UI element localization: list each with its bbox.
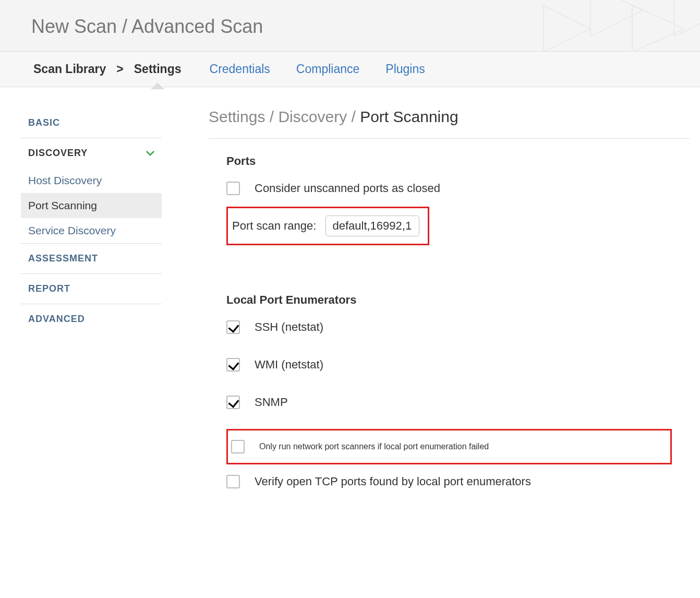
- label-wmi-netstat: WMI (netstat): [255, 358, 323, 372]
- sidebar-item-label: Port Scanning: [28, 199, 97, 211]
- sidebar-item-label: Host Discovery: [28, 174, 102, 186]
- label-ssh-netstat: SSH (netstat): [255, 320, 323, 334]
- label-port-scan-range: Port scan range:: [232, 219, 316, 233]
- breadcrumb-root[interactable]: Scan Library: [31, 62, 108, 76]
- bc-sep: /: [351, 108, 355, 125]
- section-title-local-enum: Local Port Enumerators: [226, 293, 672, 307]
- sidebar-section-report[interactable]: REPORT: [21, 274, 162, 304]
- field-consider-closed: Consider unscanned ports as closed: [226, 182, 672, 195]
- checkbox-ssh-netstat[interactable]: [226, 320, 240, 334]
- active-tab-indicator: [151, 82, 164, 88]
- tabs-bar: Scan Library > Settings Credentials Comp…: [0, 52, 700, 87]
- label-verify-tcp: Verify open TCP ports found by local por…: [255, 475, 531, 488]
- input-port-scan-range[interactable]: [325, 216, 419, 236]
- bc-discovery[interactable]: Discovery: [278, 108, 347, 125]
- highlight-port-scan-range: Port scan range:: [226, 207, 429, 245]
- page-header: New Scan / Advanced Scan: [0, 0, 700, 52]
- sidebar-section-advanced[interactable]: ADVANCED: [21, 304, 162, 334]
- chevron-down-icon: [146, 149, 154, 158]
- sidebar-section-discovery[interactable]: DISCOVERY: [21, 138, 162, 168]
- label-snmp: SNMP: [255, 396, 288, 409]
- field-ssh-netstat: SSH (netstat): [226, 320, 672, 334]
- tab-credentials[interactable]: Credentials: [210, 62, 270, 76]
- sidebar-section-label: DISCOVERY: [28, 148, 88, 159]
- sidebar-item-port-scanning[interactable]: Port Scanning: [21, 193, 162, 218]
- checkbox-snmp[interactable]: [226, 396, 240, 409]
- sidebar-section-basic[interactable]: BASIC: [21, 108, 162, 138]
- label-only-if-failed: Only run network port scanners if local …: [259, 442, 489, 451]
- sidebar-item-service-discovery[interactable]: Service Discovery: [21, 218, 162, 243]
- sidebar-item-host-discovery[interactable]: Host Discovery: [21, 168, 162, 193]
- highlight-only-if-failed: Only run network port scanners if local …: [226, 429, 672, 464]
- checkbox-only-if-failed[interactable]: [231, 440, 245, 453]
- checkbox-verify-tcp[interactable]: [226, 475, 240, 488]
- sidebar-section-label: ASSESSMENT: [28, 253, 98, 264]
- bc-sep: /: [270, 108, 274, 125]
- bc-settings[interactable]: Settings: [209, 108, 265, 125]
- breadcrumb-separator: >: [108, 62, 131, 76]
- field-verify-tcp: Verify open TCP ports found by local por…: [226, 475, 672, 488]
- content-breadcrumb: Settings / Discovery / Port Scanning: [209, 108, 690, 126]
- field-wmi-netstat: WMI (netstat): [226, 358, 672, 372]
- field-snmp: SNMP: [226, 396, 672, 409]
- content-pane: Settings / Discovery / Port Scanning Por…: [162, 108, 700, 505]
- checkbox-consider-closed[interactable]: [226, 182, 240, 195]
- settings-panel: Ports Consider unscanned ports as closed…: [209, 138, 690, 505]
- tab-plugins[interactable]: Plugins: [385, 62, 425, 76]
- bc-port-scanning: Port Scanning: [360, 108, 458, 125]
- main-area: BASIC DISCOVERY Host Discovery Port Scan…: [0, 87, 700, 505]
- sidebar-section-label: REPORT: [28, 283, 70, 294]
- section-title-ports: Ports: [226, 154, 672, 168]
- sidebar-section-label: ADVANCED: [28, 314, 85, 325]
- sidebar-item-label: Service Discovery: [28, 224, 116, 236]
- sidebar-section-label: BASIC: [28, 117, 60, 128]
- sidebar: BASIC DISCOVERY Host Discovery Port Scan…: [21, 108, 162, 505]
- tab-compliance[interactable]: Compliance: [296, 62, 359, 76]
- sidebar-section-assessment[interactable]: ASSESSMENT: [21, 244, 162, 273]
- svg-marker-3: [674, 0, 700, 37]
- checkbox-wmi-netstat[interactable]: [226, 358, 240, 372]
- page-title: New Scan / Advanced Scan: [31, 16, 669, 38]
- breadcrumb-current[interactable]: Settings: [132, 62, 184, 76]
- label-consider-closed: Consider unscanned ports as closed: [255, 182, 440, 195]
